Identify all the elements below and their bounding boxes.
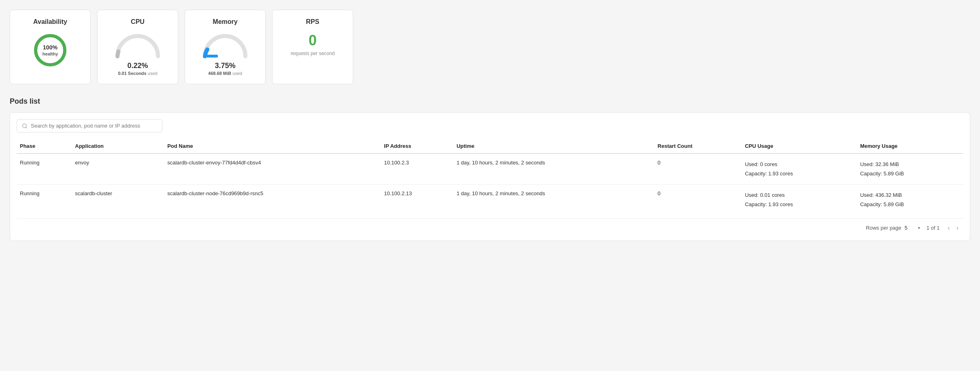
cell-cpu: Used: 0 coresCapacity: 1.93 cores	[741, 154, 856, 184]
availability-status: healthy	[43, 51, 58, 57]
cpu-sub-value: 0.01 Seconds	[118, 71, 146, 76]
cpu-card: CPU 0.22% 0.01 Seconds used	[97, 10, 178, 84]
rows-per-page-select[interactable]: 5 10 25	[905, 225, 917, 231]
cell-application: scalardb-cluster	[72, 184, 164, 215]
availability-donut: 100% healthy	[32, 32, 68, 68]
col-restart: Restart Count	[654, 139, 742, 154]
col-phase: Phase	[17, 139, 72, 154]
cell-ip: 10.100.2.13	[381, 184, 453, 215]
page-info: 1 of 1	[927, 225, 940, 231]
memory-bar-indicator	[207, 55, 218, 58]
cell-restart: 0	[654, 184, 742, 215]
cell-phase: Running	[17, 184, 72, 215]
rps-sub: requests per second	[291, 51, 335, 56]
cpu-sub-label: used	[148, 71, 158, 76]
cell-restart: 0	[654, 154, 742, 184]
col-application: Application	[72, 139, 164, 154]
cell-cpu: Used: 0.01 coresCapacity: 1.93 cores	[741, 184, 856, 215]
memory-sub-label: used	[232, 71, 242, 76]
cell-ip: 10.100.2.3	[381, 154, 453, 184]
cell-pod-name: scalardb-cluster-envoy-77fd4d4df-cbsv4	[164, 154, 381, 184]
table-row: Running envoy scalardb-cluster-envoy-77f…	[17, 154, 963, 184]
cell-memory: Used: 32.36 MiBCapacity: 5.89 GiB	[857, 154, 963, 184]
cpu-sub: 0.01 Seconds used	[118, 71, 157, 76]
cell-application: envoy	[72, 154, 164, 184]
col-pod-name: Pod Name	[164, 139, 381, 154]
cell-phase: Running	[17, 154, 72, 184]
pods-section-title: Pods list	[10, 97, 970, 106]
col-ip: IP Address	[381, 139, 453, 154]
table-row: Running scalardb-cluster scalardb-cluste…	[17, 184, 963, 215]
memory-sub-value: 468.68 MiB	[208, 71, 231, 76]
table-body: Running envoy scalardb-cluster-envoy-77f…	[17, 154, 963, 215]
cpu-gauge	[113, 32, 162, 58]
rows-per-page-chevron-icon: ▾	[918, 226, 920, 230]
cell-uptime: 1 day, 10 hours, 2 minutes, 2 seconds	[453, 184, 654, 215]
prev-page-button[interactable]: ‹	[946, 224, 951, 232]
memory-title: Memory	[213, 18, 237, 26]
col-cpu: CPU Usage	[741, 139, 856, 154]
cell-memory: Used: 436.32 MiBCapacity: 5.89 GiB	[857, 184, 963, 215]
availability-pct: 100%	[43, 44, 58, 51]
pagination: Rows per page 5 10 25 ▾ 1 of 1 ‹ ›	[17, 218, 963, 234]
col-memory: Memory Usage	[857, 139, 963, 154]
cell-uptime: 1 day, 10 hours, 2 minutes, 2 seconds	[453, 154, 654, 184]
availability-title: Availability	[33, 18, 67, 26]
page-container: Availability 100% healthy CPU	[0, 0, 980, 251]
memory-card: Memory 3.75% 468.68 MiB used	[185, 10, 266, 84]
rps-card: RPS 0 requests per second	[272, 10, 353, 84]
rows-per-page-select-wrapper[interactable]: 5 10 25 ▾	[905, 225, 920, 231]
memory-value: 3.75%	[215, 62, 235, 70]
next-page-button[interactable]: ›	[955, 224, 960, 232]
memory-sub: 468.68 MiB used	[208, 71, 242, 76]
svg-line-3	[26, 127, 27, 128]
rps-title: RPS	[306, 18, 320, 26]
rps-value: 0	[309, 32, 317, 49]
pods-table: Phase Application Pod Name IP Address Up…	[17, 139, 963, 215]
search-bar[interactable]	[17, 119, 162, 132]
cpu-title: CPU	[131, 18, 145, 26]
search-icon	[22, 123, 28, 129]
cpu-value: 0.22%	[127, 62, 148, 70]
table-header: Phase Application Pod Name IP Address Up…	[17, 139, 963, 154]
availability-label: 100% healthy	[43, 44, 58, 57]
rows-per-page-label: Rows per page	[866, 225, 901, 231]
col-uptime: Uptime	[453, 139, 654, 154]
memory-gauge	[201, 32, 249, 58]
search-input[interactable]	[31, 123, 157, 129]
table-header-row: Phase Application Pod Name IP Address Up…	[17, 139, 963, 154]
availability-card: Availability 100% healthy	[10, 10, 91, 84]
pods-card: Phase Application Pod Name IP Address Up…	[10, 112, 970, 241]
cell-pod-name: scalardb-cluster-node-76cd969b9d-rsnc5	[164, 184, 381, 215]
metrics-row: Availability 100% healthy CPU	[10, 10, 970, 84]
